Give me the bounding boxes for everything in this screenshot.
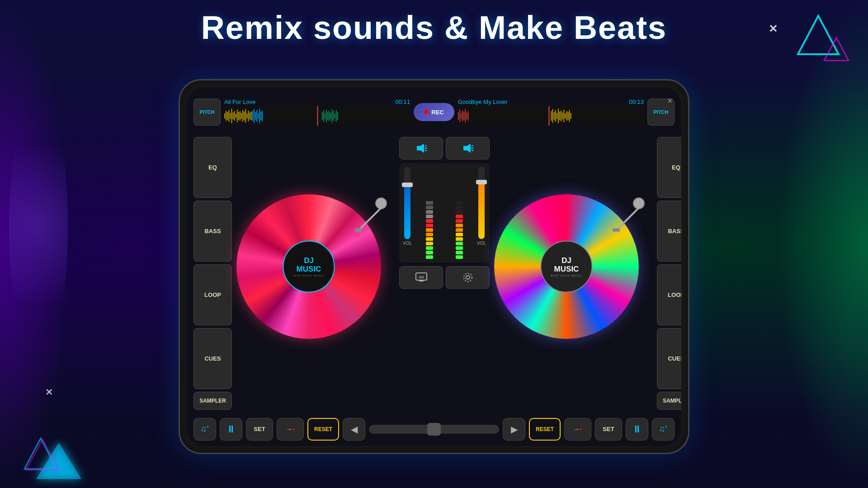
- svg-rect-43: [458, 112, 459, 120]
- center-mixer: VOL: [399, 137, 490, 410]
- svg-rect-5: [230, 113, 231, 119]
- svg-rect-85: [613, 228, 620, 232]
- svg-point-82: [464, 273, 472, 282]
- mixer-top-buttons: [399, 137, 490, 160]
- svg-rect-20: [251, 112, 252, 120]
- left-eq-button[interactable]: EQ: [193, 137, 232, 198]
- transport-bar: ♫+ ⏸ SET → ● RESET ◀ ▶ RESET: [193, 412, 675, 446]
- right-reset-button[interactable]: RESET: [529, 418, 561, 441]
- svg-rect-29: [317, 106, 318, 126]
- left-turntable-area: DJ MUSIC BEST ROCK MUSIC: [236, 137, 395, 410]
- svg-rect-49: [466, 113, 467, 119]
- svg-rect-38: [333, 111, 334, 121]
- close-button[interactable]: ×: [667, 96, 672, 106]
- left-tonearm: [349, 197, 390, 239]
- svg-line-68: [359, 208, 381, 230]
- svg-line-75: [472, 145, 473, 146]
- rec-label: REC: [431, 109, 443, 116]
- left-speaker-button[interactable]: [399, 137, 443, 160]
- svg-rect-55: [555, 110, 556, 122]
- right-set-button[interactable]: SET: [595, 418, 622, 441]
- left-track-name: All For Love: [224, 99, 255, 105]
- svg-rect-41: [337, 112, 338, 120]
- crossfader[interactable]: [369, 425, 499, 434]
- left-set-button[interactable]: SET: [246, 418, 273, 441]
- tv-ad-button[interactable]: AD: [399, 266, 443, 289]
- deco-x-bottom-left: ✕: [45, 387, 53, 398]
- svg-rect-30: [322, 112, 323, 120]
- left-vinyl-label-music: MUSIC: [297, 265, 321, 273]
- left-waveform[interactable]: [224, 106, 410, 126]
- left-pitch-button[interactable]: PITCH: [193, 99, 221, 126]
- right-sampler-button[interactable]: SAMPLER: [657, 392, 681, 410]
- right-eq-button[interactable]: EQ: [657, 137, 681, 198]
- svg-line-84: [616, 208, 639, 230]
- deco-triangle-glitch: [823, 36, 850, 65]
- right-cues-button[interactable]: CUES: [657, 328, 681, 389]
- svg-rect-66: [571, 113, 571, 119]
- svg-rect-16: [245, 109, 246, 122]
- settings-button[interactable]: [446, 266, 490, 289]
- right-volume-fader[interactable]: VOL: [477, 167, 486, 259]
- svg-rect-23: [255, 112, 256, 120]
- left-waveform-section: All For Love 00:11: [224, 99, 410, 126]
- left-volume-fader[interactable]: VOL: [403, 167, 412, 259]
- svg-rect-27: [260, 112, 261, 120]
- left-turntable[interactable]: DJ MUSIC BEST ROCK MUSIC: [236, 194, 395, 352]
- right-tonearm: [607, 197, 648, 239]
- svg-rect-47: [463, 112, 464, 120]
- svg-marker-70: [417, 144, 424, 153]
- svg-rect-32: [325, 113, 326, 119]
- left-arrow-dot-button[interactable]: → ●: [277, 418, 304, 441]
- svg-rect-39: [335, 113, 335, 118]
- svg-rect-9: [236, 114, 236, 118]
- right-vinyl-label-dj: DJ: [561, 256, 571, 265]
- svg-rect-28: [262, 111, 263, 122]
- svg-rect-24: [256, 110, 257, 122]
- svg-rect-58: [559, 112, 560, 120]
- svg-rect-56: [557, 113, 557, 119]
- right-vol-label: VOL: [477, 241, 486, 246]
- rec-dot: [424, 110, 429, 114]
- svg-rect-57: [558, 108, 559, 123]
- svg-rect-14: [242, 110, 243, 122]
- svg-rect-54: [554, 112, 555, 120]
- eq-bars-display: [415, 167, 474, 259]
- left-sampler-button[interactable]: SAMPLER: [193, 392, 232, 410]
- svg-rect-34: [327, 112, 328, 120]
- svg-rect-60: [562, 113, 563, 119]
- left-reset-button[interactable]: RESET: [307, 418, 339, 441]
- svg-rect-8: [234, 111, 235, 121]
- right-waveform[interactable]: [458, 106, 644, 126]
- svg-rect-22: [254, 109, 255, 122]
- right-pause-button[interactable]: ⏸: [626, 418, 648, 441]
- left-cues-button[interactable]: CUES: [193, 328, 232, 389]
- right-speaker-button[interactable]: [446, 137, 490, 160]
- svg-rect-63: [566, 111, 567, 121]
- right-bass-button[interactable]: BASS: [657, 201, 681, 262]
- rec-button[interactable]: REC: [414, 103, 454, 121]
- right-add-music-button[interactable]: ♫+: [652, 418, 675, 441]
- right-track-info: Goodbye My Lover 00:13: [458, 99, 644, 105]
- top-bar: PITCH All For Love 00:11: [193, 94, 675, 130]
- right-waveform-section: Goodbye My Lover 00:13: [458, 99, 644, 126]
- right-turntable-area: DJ MUSIC BEST ROCK MUSIC: [494, 137, 652, 410]
- right-arrow-right-button[interactable]: ▶: [503, 418, 525, 441]
- svg-rect-31: [323, 110, 324, 122]
- eq-faders-panel: VOL: [399, 163, 490, 263]
- svg-rect-53: [552, 109, 553, 122]
- dj-area: EQ BASS LOOP CUES SAMPLER DJ MUSIC BEST …: [193, 137, 675, 410]
- right-loop-button[interactable]: LOOP: [657, 264, 681, 325]
- svg-rect-12: [240, 111, 241, 121]
- left-pause-button[interactable]: ⏸: [220, 418, 242, 441]
- left-arrow-left-button[interactable]: ◀: [343, 418, 365, 441]
- left-bass-button[interactable]: BASS: [193, 201, 232, 262]
- left-loop-button[interactable]: LOOP: [193, 264, 232, 325]
- mixer-bottom-buttons: AD: [399, 266, 490, 289]
- left-add-music-button[interactable]: ♫+: [193, 418, 216, 441]
- left-vinyl-sub: BEST ROCK MUSIC: [293, 274, 325, 277]
- right-turntable[interactable]: DJ MUSIC BEST ROCK MUSIC: [494, 194, 652, 352]
- svg-marker-87: [824, 38, 849, 61]
- svg-rect-35: [329, 111, 330, 122]
- right-arrow-dot-button[interactable]: → ●: [564, 418, 591, 441]
